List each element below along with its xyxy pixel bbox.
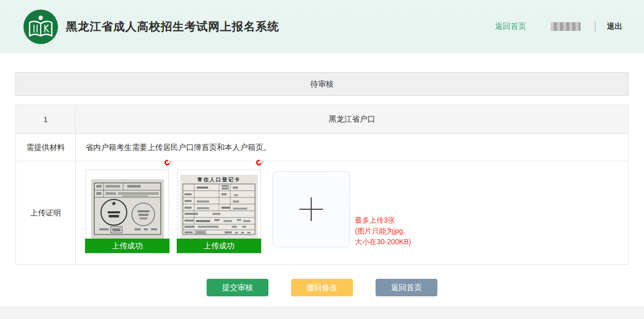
hint-line-1: 最多上传3张 — [355, 215, 411, 226]
scan-2-title: 常住人口登记卡 — [197, 177, 241, 182]
nav-divider — [595, 22, 596, 32]
uploaded-image-1[interactable]: × — [86, 170, 169, 254]
resident-registration-card-scan: 常住人口登记卡 — [180, 175, 258, 239]
hint-line-2: (图片只能为jpg, — [355, 226, 411, 237]
username-masked — [551, 22, 581, 31]
withdraw-edit-button[interactable]: 撤回修改 — [291, 279, 353, 296]
delete-image-2-button[interactable]: × — [256, 160, 264, 165]
status-label: 待审核 — [311, 79, 334, 89]
submit-review-button[interactable]: 提交审核 — [207, 279, 268, 296]
upload-status-1: 上传成功 — [85, 239, 170, 253]
delete-image-1-button[interactable]: × — [164, 160, 173, 165]
back-home-button[interactable]: 返回首页 — [376, 279, 437, 296]
scan-preview-2: 常住人口登记卡 — [178, 170, 260, 239]
main-content: 待审核 1 黑龙江省户口 需提供材料 省内户籍考生需要上传居民户口簿首页和本人户… — [15, 72, 629, 296]
plus-icon — [299, 197, 323, 221]
app-header: 黑龙江省成人高校招生考试网上报名系统 返回首页 退出 — [0, 0, 644, 53]
upload-status-2: 上传成功 — [177, 239, 261, 253]
table-row-required: 需提供材料 省内户籍考生需要上传居民户口簿首页和本人户籍页。 — [16, 133, 628, 161]
status-bar: 待审核 — [15, 72, 629, 96]
scan-preview-1 — [86, 170, 168, 239]
footer-band — [0, 306, 644, 319]
table-row-title: 1 黑龙江省户口 — [16, 105, 628, 133]
uploaded-image-2[interactable]: × 常住人口登记卡 — [177, 170, 261, 254]
material-table: 1 黑龙江省户口 需提供材料 省内户籍考生需要上传居民户口簿首页和本人户籍页。 … — [15, 105, 629, 265]
site-logo-icon — [23, 9, 59, 45]
nav-home-link[interactable]: 返回首页 — [495, 22, 526, 31]
upload-cell: × — [75, 161, 628, 264]
add-upload-button[interactable] — [273, 171, 350, 247]
required-text: 省内户籍考生需要上传居民户口簿首页和本人户籍页。 — [75, 134, 628, 161]
action-buttons: 提交审核 撤回修改 返回首页 — [15, 279, 629, 296]
material-index: 1 — [16, 105, 75, 133]
header-nav: 返回首页 退出 — [495, 22, 622, 32]
upload-label: 上传证明 — [16, 161, 75, 264]
page-title: 黑龙江省成人高校招生考试网上报名系统 — [66, 19, 279, 35]
material-name: 黑龙江省户口 — [75, 105, 628, 133]
upload-area: × — [76, 161, 628, 254]
table-row-upload: 上传证明 × — [16, 161, 628, 264]
logout-link[interactable]: 退出 — [607, 22, 622, 31]
hint-line-3: 大小在30-200KB) — [355, 237, 411, 247]
upload-hint: 最多上传3张 (图片只能为jpg, 大小在30-200KB) — [355, 215, 411, 247]
required-label: 需提供材料 — [16, 134, 75, 161]
household-register-cover-scan — [91, 179, 164, 239]
